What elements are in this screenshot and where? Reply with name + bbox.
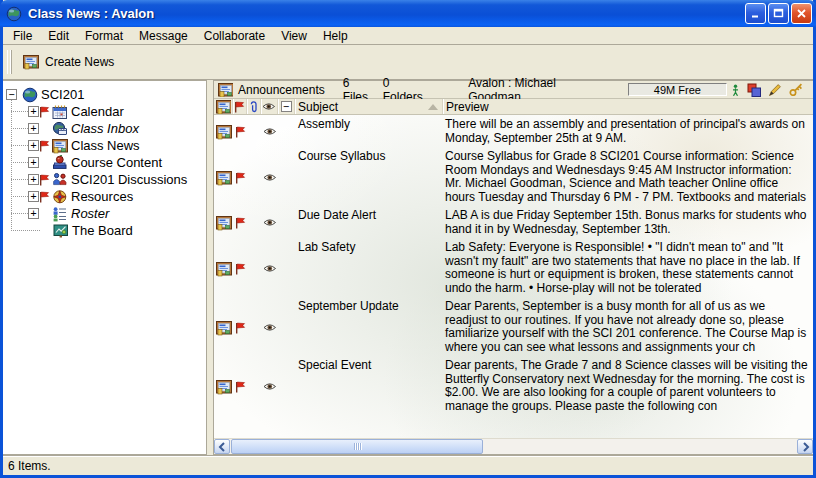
scrollbar-track[interactable] bbox=[483, 439, 797, 454]
message-subject: Course Syllabus bbox=[295, 148, 443, 167]
red-flag-icon bbox=[233, 381, 247, 393]
status-bar: 6 Items. bbox=[3, 455, 813, 475]
key-icon[interactable] bbox=[789, 83, 803, 96]
news-item-icon bbox=[214, 170, 233, 186]
sidebar-item-roster[interactable]: + Roster bbox=[11, 205, 206, 222]
sidebar-item-calendar[interactable]: + Calendar bbox=[11, 103, 206, 120]
column-flag-icon[interactable] bbox=[233, 99, 247, 114]
message-preview: Dear parents, The Grade 7 and 8 Science … bbox=[443, 357, 813, 416]
collapse-box-icon[interactable]: − bbox=[6, 89, 17, 100]
message-subject: Special Event bbox=[295, 357, 443, 376]
expand-box-icon[interactable]: + bbox=[28, 208, 39, 219]
resources-icon bbox=[52, 189, 69, 205]
column-attachment-icon[interactable] bbox=[247, 99, 261, 114]
red-flag-icon bbox=[39, 140, 50, 152]
sidebar-item-the-board[interactable]: The Board bbox=[11, 222, 206, 239]
message-row-course-syllabus[interactable]: Course Syllabus Course Syllabus for Grad… bbox=[214, 148, 813, 207]
column-subject[interactable]: Subject bbox=[295, 99, 443, 114]
expand-box-icon[interactable]: + bbox=[28, 174, 39, 185]
close-button[interactable] bbox=[791, 3, 812, 24]
column-preview[interactable]: Preview bbox=[443, 99, 813, 114]
eye-icon bbox=[261, 382, 278, 392]
eye-icon bbox=[261, 127, 278, 137]
scroll-left-button[interactable] bbox=[214, 439, 230, 454]
menu-format[interactable]: Format bbox=[77, 28, 131, 44]
menu-help[interactable]: Help bbox=[315, 28, 356, 44]
maximize-button[interactable] bbox=[768, 3, 789, 24]
sidebar-item-course-content[interactable]: + Course Content bbox=[11, 154, 206, 171]
red-flag-icon bbox=[233, 172, 247, 184]
sidebar-item-resources[interactable]: + Resources bbox=[11, 188, 206, 205]
message-subject: Due Date Alert bbox=[295, 207, 443, 226]
news-item-icon bbox=[214, 215, 233, 231]
red-flag-icon bbox=[233, 217, 247, 229]
globe-icon bbox=[22, 87, 39, 103]
roster-icon bbox=[52, 206, 69, 222]
red-flag-icon bbox=[233, 126, 247, 138]
scroll-right-button[interactable] bbox=[797, 439, 813, 454]
app-window: Class News : Avalon File Edit Format Mes… bbox=[0, 0, 816, 478]
message-row-lab-safety[interactable]: Lab Safety Lab Safety: Everyone is Respo… bbox=[214, 239, 813, 298]
message-pane: Announcements 6 Files 0 Folders Avalon :… bbox=[213, 80, 813, 455]
scrollbar-thumb[interactable] bbox=[231, 439, 483, 454]
pencil-icon[interactable] bbox=[768, 83, 782, 97]
message-preview: There will be an assembly and presentati… bbox=[443, 116, 813, 148]
sidebar-item-class-inbox[interactable]: + Class Inbox bbox=[11, 120, 206, 137]
expand-box-icon[interactable]: + bbox=[28, 106, 39, 117]
create-news-label: Create News bbox=[45, 55, 114, 69]
expand-box-icon[interactable]: + bbox=[28, 157, 39, 168]
collapse-all-box-icon[interactable]: − bbox=[278, 99, 295, 114]
news-item-icon bbox=[214, 379, 233, 395]
message-subject: Assembly bbox=[295, 116, 443, 135]
message-subject: September Update bbox=[295, 298, 443, 317]
news-item-icon bbox=[23, 54, 39, 70]
quota-meter: 49M Free bbox=[628, 83, 727, 96]
message-list: Assembly There will be an assembly and p… bbox=[214, 115, 813, 438]
sidebar-item-sci201[interactable]: − SCI201 bbox=[3, 86, 206, 103]
horizontal-scrollbar[interactable] bbox=[214, 438, 813, 454]
panel-title: Announcements bbox=[238, 83, 325, 97]
sidebar-item-class-news[interactable]: + Class News bbox=[11, 137, 206, 154]
news-item-icon bbox=[218, 82, 233, 97]
eye-icon bbox=[261, 218, 278, 228]
message-row-special-event[interactable]: Special Event Dear parents, The Grade 7 … bbox=[214, 357, 813, 416]
expand-box-icon[interactable]: + bbox=[28, 140, 39, 151]
menu-collaborate[interactable]: Collaborate bbox=[196, 28, 273, 44]
message-row-september-update[interactable]: September Update Dear Parents, September… bbox=[214, 298, 813, 357]
red-flag-icon bbox=[39, 106, 50, 118]
expand-box-icon[interactable]: + bbox=[28, 123, 39, 134]
calendar-icon bbox=[52, 104, 69, 120]
menu-edit[interactable]: Edit bbox=[40, 28, 77, 44]
menu-message[interactable]: Message bbox=[131, 28, 196, 44]
inbox-icon bbox=[52, 121, 69, 137]
eye-icon bbox=[261, 323, 278, 333]
news-item-icon bbox=[214, 124, 233, 140]
menu-file[interactable]: File bbox=[5, 28, 40, 44]
panel-header-bar: Announcements 6 Files 0 Folders Avalon :… bbox=[214, 81, 813, 99]
person-icon[interactable] bbox=[732, 84, 740, 96]
overlapping-squares-icon[interactable] bbox=[747, 83, 761, 97]
message-row-assembly[interactable]: Assembly There will be an assembly and p… bbox=[214, 116, 813, 148]
column-item-icon[interactable] bbox=[214, 99, 233, 114]
discussions-icon bbox=[52, 172, 69, 188]
column-read-eye-icon[interactable] bbox=[261, 99, 278, 114]
red-flag-icon bbox=[39, 174, 50, 186]
globe-icon bbox=[6, 6, 22, 22]
message-row-due-date-alert[interactable]: Due Date Alert LAB A is due Friday Septe… bbox=[214, 207, 813, 239]
news-item-icon bbox=[214, 261, 233, 277]
board-icon bbox=[53, 223, 70, 239]
title-bar[interactable]: Class News : Avalon bbox=[0, 0, 816, 27]
message-preview: Dear Parents, September is a busy month … bbox=[443, 298, 813, 357]
create-news-button[interactable]: Create News bbox=[16, 50, 123, 74]
list-column-header: − Subject Preview bbox=[214, 99, 813, 115]
toolbar-gripper[interactable] bbox=[7, 50, 12, 74]
menu-view[interactable]: View bbox=[273, 28, 315, 44]
sidebar-item-sci201-discussions[interactable]: + SCI201 Discussions bbox=[11, 171, 206, 188]
window-title: Class News : Avalon bbox=[28, 6, 745, 21]
expand-box-icon[interactable]: + bbox=[28, 191, 39, 202]
red-flag-icon bbox=[39, 191, 50, 203]
eye-icon bbox=[261, 173, 278, 183]
minimize-button[interactable] bbox=[745, 3, 766, 24]
scrollbar-grip bbox=[354, 443, 361, 450]
message-subject: Lab Safety bbox=[295, 239, 443, 258]
